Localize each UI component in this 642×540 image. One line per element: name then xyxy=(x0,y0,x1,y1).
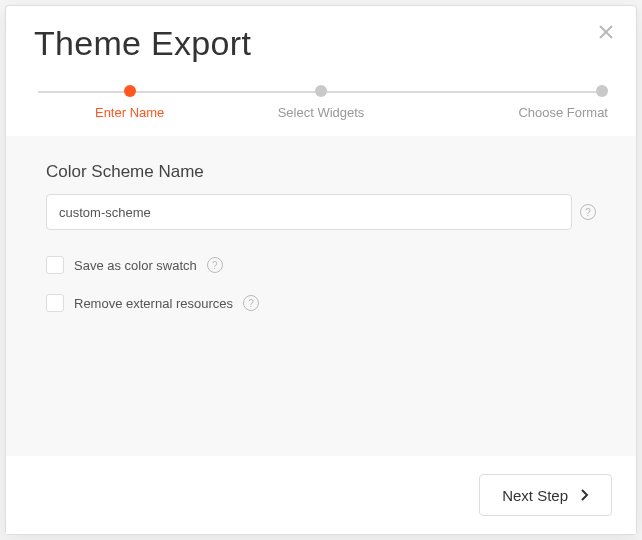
save-swatch-label: Save as color swatch xyxy=(74,258,197,273)
step-dot-icon xyxy=(315,85,327,97)
step-enter-name[interactable]: Enter Name xyxy=(34,85,225,120)
remove-resources-checkbox[interactable] xyxy=(46,294,64,312)
save-swatch-checkbox[interactable] xyxy=(46,256,64,274)
step-choose-format[interactable]: Choose Format xyxy=(417,85,608,120)
scheme-name-label: Color Scheme Name xyxy=(46,162,596,182)
form-area: Color Scheme Name ? Save as color swatch… xyxy=(6,136,636,456)
theme-export-modal: Theme Export Enter Name Select Widgets C… xyxy=(5,5,637,535)
help-icon[interactable]: ? xyxy=(580,204,596,220)
help-icon[interactable]: ? xyxy=(207,257,223,273)
next-step-label: Next Step xyxy=(502,487,568,504)
close-icon xyxy=(598,24,614,40)
chevron-right-icon xyxy=(580,488,589,502)
step-dot-icon xyxy=(596,85,608,97)
modal-title: Theme Export xyxy=(34,24,608,63)
step-label: Select Widgets xyxy=(278,105,365,120)
step-dot-icon xyxy=(124,85,136,97)
remove-resources-row: Remove external resources ? xyxy=(46,294,596,312)
step-label: Choose Format xyxy=(518,105,608,120)
close-button[interactable] xyxy=(594,20,618,44)
modal-header: Theme Export xyxy=(6,6,636,77)
next-step-button[interactable]: Next Step xyxy=(479,474,612,516)
scheme-name-row: ? xyxy=(46,194,596,230)
save-swatch-row: Save as color swatch ? xyxy=(46,256,596,274)
scheme-name-input[interactable] xyxy=(46,194,572,230)
modal-footer: Next Step xyxy=(6,456,636,534)
step-select-widgets[interactable]: Select Widgets xyxy=(225,85,416,120)
help-icon[interactable]: ? xyxy=(243,295,259,311)
remove-resources-label: Remove external resources xyxy=(74,296,233,311)
step-label: Enter Name xyxy=(95,105,164,120)
stepper: Enter Name Select Widgets Choose Format xyxy=(6,77,636,120)
